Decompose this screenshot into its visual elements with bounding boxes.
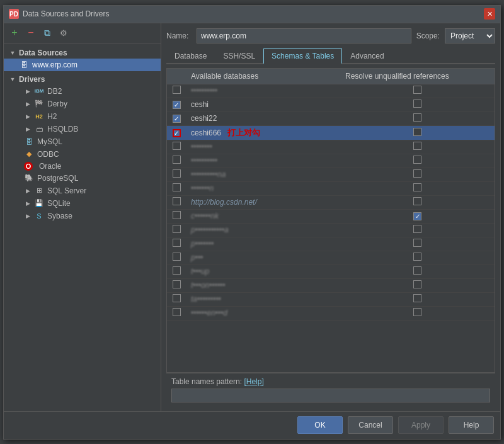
row-resolve[interactable] [340, 251, 495, 264]
datasource-item-erp[interactable]: 🗄 www.erp.com [4, 59, 161, 71]
checkbox[interactable] [173, 86, 181, 94]
driver-h2[interactable]: ▶ H2 H2 [4, 110, 161, 123]
table-row[interactable]: c••••••nk ✓ [167, 210, 495, 224]
driver-db2[interactable]: ▶ IBM DB2 [4, 85, 161, 98]
help-button[interactable]: Help [449, 416, 494, 434]
table-row[interactable]: t•••up [167, 265, 495, 279]
driver-sqlite[interactable]: ▶ 💾 SQLite [4, 197, 161, 210]
resolve-checkbox[interactable] [413, 128, 421, 136]
pattern-input[interactable] [171, 389, 490, 402]
checkbox[interactable]: ✓ [173, 115, 181, 123]
resolve-checkbox[interactable] [413, 253, 421, 261]
driver-mysql[interactable]: 🗄 MySQL [4, 135, 161, 148]
row-resolve[interactable] [340, 182, 495, 195]
tab-advanced[interactable]: Advanced [342, 48, 392, 64]
table-row[interactable]: ••••••••••na [167, 168, 495, 182]
name-input[interactable] [197, 28, 411, 43]
checkbox[interactable] [173, 211, 181, 219]
row-resolve[interactable] [340, 293, 495, 305]
checkbox[interactable] [173, 280, 181, 288]
scope-select[interactable]: Project Global [445, 28, 495, 43]
row-resolve[interactable] [340, 237, 495, 250]
row-checkbox[interactable] [167, 182, 186, 195]
row-resolve[interactable] [340, 98, 495, 111]
row-checkbox[interactable] [167, 224, 186, 236]
settings-button[interactable]: ⚙ [57, 26, 71, 40]
row-checkbox[interactable] [167, 237, 186, 250]
checkbox[interactable] [173, 156, 181, 164]
driver-derby[interactable]: ▶ 🏁 Derby [4, 98, 161, 110]
copy-button[interactable]: ⧉ [40, 26, 54, 40]
driver-sqlserver[interactable]: ▶ ⊞ SQL Server [4, 185, 161, 197]
driver-oracle[interactable]: O Oracle [4, 161, 161, 172]
driver-hsqldb[interactable]: ▶ 🗃 HSQLDB [4, 123, 161, 135]
resolve-checkbox[interactable] [413, 113, 421, 122]
row-checkbox[interactable] [167, 84, 186, 97]
tab-schemas-tables[interactable]: Schemas & Tables [263, 48, 342, 64]
table-row[interactable]: ta••••••••• [167, 293, 495, 307]
row-resolve[interactable] [340, 265, 495, 278]
row-resolve[interactable] [340, 127, 495, 139]
row-resolve[interactable] [340, 307, 495, 319]
checkbox[interactable] [173, 239, 181, 247]
row-resolve[interactable] [340, 279, 495, 292]
add-button[interactable]: + [8, 26, 21, 40]
row-checkbox[interactable]: ✓ [167, 127, 186, 139]
data-sources-header[interactable]: ▼ Data Sources [4, 47, 161, 59]
resolve-checkbox[interactable] [413, 86, 421, 94]
row-checkbox[interactable] [167, 210, 186, 222]
table-row[interactable]: p••••••• [167, 237, 495, 251]
row-resolve[interactable] [340, 196, 495, 208]
checkbox[interactable] [173, 197, 181, 205]
table-row[interactable]: ✓ ceshi22 [167, 112, 495, 126]
row-checkbox[interactable] [167, 279, 186, 292]
row-checkbox[interactable] [167, 168, 186, 181]
table-row[interactable]: •••••••n [167, 182, 495, 196]
checkbox[interactable] [173, 142, 181, 150]
ok-button[interactable]: OK [297, 416, 343, 434]
checkbox[interactable] [173, 183, 181, 191]
driver-postgresql[interactable]: 🐘 PostgreSQL [4, 172, 161, 185]
row-resolve[interactable] [340, 224, 495, 236]
checkbox[interactable] [173, 294, 181, 302]
checkbox[interactable] [173, 225, 181, 233]
resolve-checkbox[interactable] [413, 183, 421, 191]
row-resolve[interactable] [340, 140, 495, 153]
row-checkbox[interactable] [167, 140, 186, 153]
table-row[interactable]: p•••••••••••a [167, 224, 495, 237]
checkbox[interactable] [173, 266, 181, 275]
close-button[interactable]: ✕ [484, 8, 495, 20]
resolve-checkbox[interactable] [413, 266, 421, 275]
checkbox[interactable] [173, 169, 181, 178]
table-row[interactable]: p••• [167, 251, 495, 265]
table-row[interactable]: http://blog.csdn.net/ [167, 196, 495, 210]
resolve-checkbox[interactable] [413, 280, 421, 288]
row-resolve[interactable] [340, 168, 495, 181]
resolve-checkbox[interactable] [413, 100, 421, 108]
checkbox[interactable]: ✓ [173, 101, 181, 109]
help-link[interactable]: [Help] [244, 377, 263, 386]
driver-sybase[interactable]: ▶ S Sybase [4, 210, 161, 222]
resolve-checkbox[interactable] [413, 308, 421, 316]
row-checkbox[interactable] [167, 307, 186, 319]
row-checkbox[interactable] [167, 265, 186, 278]
table-row[interactable]: •••••••• [167, 140, 495, 154]
table-row[interactable]: •••••••••• [167, 154, 495, 168]
resolve-checkbox[interactable] [413, 142, 421, 150]
table-row[interactable]: ••••••en•••d [167, 307, 495, 321]
resolve-checkbox[interactable] [413, 225, 421, 233]
table-row[interactable]: •••••••••• [167, 84, 495, 98]
row-resolve[interactable]: ✓ [340, 210, 495, 222]
checkbox[interactable]: ✓ [173, 129, 181, 137]
row-resolve[interactable] [340, 112, 495, 125]
row-resolve[interactable] [340, 154, 495, 167]
table-row[interactable]: ✓ ceshi [167, 98, 495, 112]
resolve-checkbox[interactable] [413, 156, 421, 164]
row-checkbox[interactable] [167, 293, 186, 305]
row-checkbox[interactable]: ✓ [167, 99, 186, 110]
table-row[interactable]: t•••on•••••• [167, 279, 495, 293]
row-resolve[interactable] [340, 84, 495, 97]
cancel-button[interactable]: Cancel [348, 416, 393, 434]
remove-button[interactable]: − [24, 26, 38, 40]
tab-database[interactable]: Database [166, 48, 215, 64]
